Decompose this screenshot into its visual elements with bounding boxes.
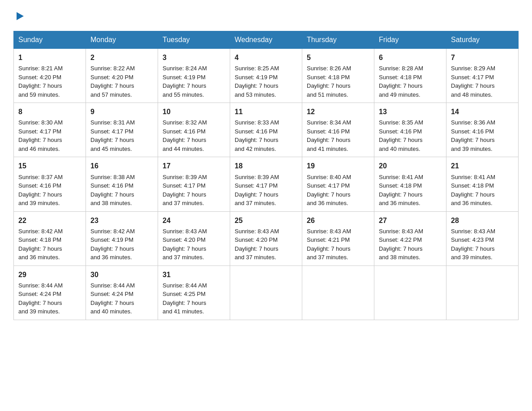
day-info: Sunrise: 8:36 AMSunset: 4:16 PMDaylight:…	[451, 118, 514, 153]
day-number: 26	[307, 215, 369, 226]
calendar-day-cell: 18Sunrise: 8:39 AMSunset: 4:17 PMDayligh…	[230, 157, 302, 211]
day-number: 4	[235, 52, 297, 63]
calendar-header-sunday: Sunday	[14, 31, 86, 49]
day-info: Sunrise: 8:41 AMSunset: 4:18 PMDaylight:…	[451, 173, 514, 208]
day-number: 17	[163, 161, 225, 171]
calendar-day-cell: 2Sunrise: 8:22 AMSunset: 4:20 PMDaylight…	[86, 49, 158, 103]
day-number: 20	[379, 161, 442, 171]
day-info: Sunrise: 8:38 AMSunset: 4:16 PMDaylight:…	[90, 173, 153, 208]
calendar-day-cell: 24Sunrise: 8:43 AMSunset: 4:20 PMDayligh…	[158, 211, 230, 265]
calendar-day-cell: 25Sunrise: 8:43 AMSunset: 4:20 PMDayligh…	[230, 211, 302, 265]
calendar-day-cell: 17Sunrise: 8:39 AMSunset: 4:17 PMDayligh…	[158, 157, 230, 211]
calendar-day-cell: 27Sunrise: 8:43 AMSunset: 4:22 PMDayligh…	[374, 211, 446, 265]
calendar-day-cell: 26Sunrise: 8:43 AMSunset: 4:21 PMDayligh…	[302, 211, 374, 265]
day-info: Sunrise: 8:44 AMSunset: 4:24 PMDaylight:…	[90, 281, 153, 316]
calendar-day-cell: 30Sunrise: 8:44 AMSunset: 4:24 PMDayligh…	[86, 265, 158, 320]
day-info: Sunrise: 8:43 AMSunset: 4:22 PMDaylight:…	[379, 227, 442, 262]
day-number: 1	[18, 52, 81, 63]
calendar-day-cell: 22Sunrise: 8:42 AMSunset: 4:18 PMDayligh…	[14, 211, 86, 265]
calendar-day-cell: 5Sunrise: 8:26 AMSunset: 4:18 PMDaylight…	[302, 49, 374, 103]
day-info: Sunrise: 8:25 AMSunset: 4:19 PMDaylight:…	[235, 64, 297, 99]
day-number: 29	[18, 270, 81, 280]
day-number: 31	[163, 270, 225, 280]
day-info: Sunrise: 8:44 AMSunset: 4:25 PMDaylight:…	[163, 281, 225, 316]
calendar-day-cell: 16Sunrise: 8:38 AMSunset: 4:16 PMDayligh…	[86, 157, 158, 211]
day-number: 14	[451, 107, 514, 117]
calendar-header-saturday: Saturday	[446, 31, 519, 49]
calendar-day-cell: 9Sunrise: 8:31 AMSunset: 4:17 PMDaylight…	[86, 103, 158, 157]
day-info: Sunrise: 8:30 AMSunset: 4:17 PMDaylight:…	[18, 118, 81, 153]
calendar-day-cell: 15Sunrise: 8:37 AMSunset: 4:16 PMDayligh…	[14, 157, 86, 211]
day-number: 18	[235, 161, 297, 171]
day-number: 30	[90, 270, 153, 280]
day-info: Sunrise: 8:40 AMSunset: 4:17 PMDaylight:…	[307, 173, 369, 208]
calendar-week-row: 29Sunrise: 8:44 AMSunset: 4:24 PMDayligh…	[14, 265, 519, 320]
calendar-header-friday: Friday	[374, 31, 446, 49]
day-info: Sunrise: 8:44 AMSunset: 4:24 PMDaylight:…	[18, 281, 81, 316]
calendar-week-row: 15Sunrise: 8:37 AMSunset: 4:16 PMDayligh…	[14, 157, 519, 211]
calendar-day-cell: 13Sunrise: 8:35 AMSunset: 4:16 PMDayligh…	[374, 103, 446, 157]
calendar-table: SundayMondayTuesdayWednesdayThursdayFrid…	[13, 31, 519, 320]
day-info: Sunrise: 8:43 AMSunset: 4:21 PMDaylight:…	[307, 227, 369, 262]
calendar-day-cell: 19Sunrise: 8:40 AMSunset: 4:17 PMDayligh…	[302, 157, 374, 211]
day-info: Sunrise: 8:43 AMSunset: 4:23 PMDaylight:…	[451, 227, 514, 262]
day-info: Sunrise: 8:42 AMSunset: 4:18 PMDaylight:…	[18, 227, 81, 262]
day-info: Sunrise: 8:41 AMSunset: 4:18 PMDaylight:…	[379, 173, 442, 208]
day-number: 24	[163, 215, 225, 226]
day-number: 25	[235, 215, 297, 226]
day-info: Sunrise: 8:34 AMSunset: 4:16 PMDaylight:…	[307, 118, 369, 153]
svg-marker-0	[17, 12, 24, 20]
calendar-day-cell: 28Sunrise: 8:43 AMSunset: 4:23 PMDayligh…	[446, 211, 519, 265]
day-info: Sunrise: 8:42 AMSunset: 4:19 PMDaylight:…	[90, 227, 153, 262]
page-header	[13, 9, 519, 22]
logo-arrow-icon	[15, 11, 25, 21]
calendar-header-wednesday: Wednesday	[230, 31, 302, 49]
day-info: Sunrise: 8:37 AMSunset: 4:16 PMDaylight:…	[18, 173, 81, 208]
day-info: Sunrise: 8:31 AMSunset: 4:17 PMDaylight:…	[90, 118, 153, 153]
calendar-day-cell: 10Sunrise: 8:32 AMSunset: 4:16 PMDayligh…	[158, 103, 230, 157]
calendar-day-cell: 29Sunrise: 8:44 AMSunset: 4:24 PMDayligh…	[14, 265, 86, 320]
calendar-day-cell: 3Sunrise: 8:24 AMSunset: 4:19 PMDaylight…	[158, 49, 230, 103]
day-info: Sunrise: 8:21 AMSunset: 4:20 PMDaylight:…	[18, 64, 81, 99]
calendar-day-cell: 8Sunrise: 8:30 AMSunset: 4:17 PMDaylight…	[14, 103, 86, 157]
day-info: Sunrise: 8:24 AMSunset: 4:19 PMDaylight:…	[163, 64, 225, 99]
day-info: Sunrise: 8:43 AMSunset: 4:20 PMDaylight:…	[235, 227, 297, 262]
day-info: Sunrise: 8:22 AMSunset: 4:20 PMDaylight:…	[90, 64, 153, 99]
day-number: 23	[90, 215, 153, 226]
day-info: Sunrise: 8:28 AMSunset: 4:18 PMDaylight:…	[379, 64, 442, 99]
day-info: Sunrise: 8:43 AMSunset: 4:20 PMDaylight:…	[163, 227, 225, 262]
calendar-week-row: 1Sunrise: 8:21 AMSunset: 4:20 PMDaylight…	[14, 49, 519, 103]
day-number: 22	[18, 215, 81, 226]
day-number: 2	[90, 52, 153, 63]
calendar-day-cell: 4Sunrise: 8:25 AMSunset: 4:19 PMDaylight…	[230, 49, 302, 103]
day-info: Sunrise: 8:35 AMSunset: 4:16 PMDaylight:…	[379, 118, 442, 153]
day-info: Sunrise: 8:26 AMSunset: 4:18 PMDaylight:…	[307, 64, 369, 99]
calendar-day-cell	[446, 265, 519, 320]
day-number: 13	[379, 107, 442, 117]
calendar-day-cell: 23Sunrise: 8:42 AMSunset: 4:19 PMDayligh…	[86, 211, 158, 265]
day-number: 28	[451, 215, 514, 226]
day-info: Sunrise: 8:32 AMSunset: 4:16 PMDaylight:…	[163, 118, 225, 153]
calendar-week-row: 22Sunrise: 8:42 AMSunset: 4:18 PMDayligh…	[14, 211, 519, 265]
day-number: 9	[90, 107, 153, 117]
calendar-day-cell	[302, 265, 374, 320]
calendar-day-cell: 6Sunrise: 8:28 AMSunset: 4:18 PMDaylight…	[374, 49, 446, 103]
calendar-day-cell: 21Sunrise: 8:41 AMSunset: 4:18 PMDayligh…	[446, 157, 519, 211]
day-info: Sunrise: 8:39 AMSunset: 4:17 PMDaylight:…	[235, 173, 297, 208]
day-info: Sunrise: 8:29 AMSunset: 4:17 PMDaylight:…	[451, 64, 514, 99]
calendar-day-cell: 12Sunrise: 8:34 AMSunset: 4:16 PMDayligh…	[302, 103, 374, 157]
calendar-day-cell	[374, 265, 446, 320]
day-info: Sunrise: 8:33 AMSunset: 4:16 PMDaylight:…	[235, 118, 297, 153]
day-number: 21	[451, 161, 514, 171]
day-number: 8	[18, 107, 81, 117]
day-number: 12	[307, 107, 369, 117]
calendar-day-cell: 31Sunrise: 8:44 AMSunset: 4:25 PMDayligh…	[158, 265, 230, 320]
calendar-day-cell	[230, 265, 302, 320]
day-number: 5	[307, 52, 369, 63]
calendar-header-monday: Monday	[86, 31, 158, 49]
day-info: Sunrise: 8:39 AMSunset: 4:17 PMDaylight:…	[163, 173, 225, 208]
day-number: 19	[307, 161, 369, 171]
day-number: 27	[379, 215, 442, 226]
calendar-day-cell: 11Sunrise: 8:33 AMSunset: 4:16 PMDayligh…	[230, 103, 302, 157]
calendar-day-cell: 20Sunrise: 8:41 AMSunset: 4:18 PMDayligh…	[374, 157, 446, 211]
